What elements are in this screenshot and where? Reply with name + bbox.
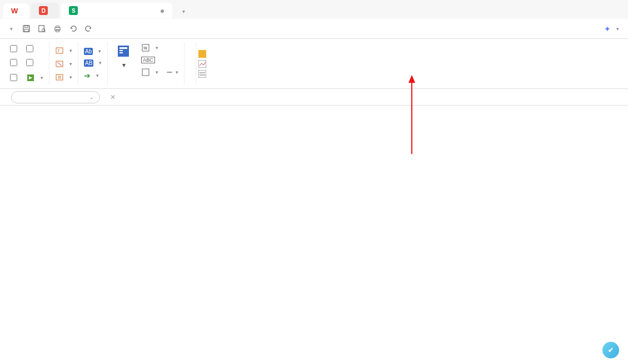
round-button[interactable]: ½▾ [141, 42, 178, 53]
svg-rect-18 [119, 50, 123, 51]
chevron-down-icon: ▾ [616, 26, 619, 32]
title-bar: W D S ● ▾ [0, 0, 628, 19]
chevron-down-icon: ▾ [10, 26, 13, 32]
svg-rect-19 [119, 52, 123, 53]
svg-text:½: ½ [143, 46, 147, 51]
watermark: ✔ [602, 342, 622, 358]
svg-rect-23 [198, 50, 206, 58]
case-button[interactable]: Ab▾ [84, 47, 102, 56]
undo-icon[interactable] [67, 23, 78, 34]
check-english[interactable] [26, 42, 43, 54]
svg-rect-22 [142, 69, 149, 76]
chevron-down-icon: ⌄ [89, 94, 94, 100]
ribbon-group-textops: T▾ ▾ ▾ [49, 42, 78, 85]
delete-space-button[interactable]: AB▾ [84, 58, 102, 68]
svg-rect-15 [58, 76, 61, 79]
more-button[interactable]: ➔▾ [84, 70, 102, 81]
ribbon-group-numeric: ▾ ½▾ ABC ▾ ▾ [108, 42, 185, 85]
file-menu[interactable]: ▾ [4, 24, 16, 34]
svg-rect-2 [24, 29, 28, 32]
add-tab-button[interactable]: ▾ [175, 3, 191, 18]
svg-rect-25 [198, 70, 206, 78]
template-icon: D [39, 6, 48, 15]
app-tab-workbook[interactable]: S ● [61, 3, 172, 18]
ribbon-group-side [196, 42, 214, 85]
ribbon-group-textops2: Ab▾ AB▾ ➔▾ [78, 42, 108, 85]
cancel-icon[interactable]: ✕ [110, 93, 116, 101]
insert-text-button[interactable]: T▾ [55, 45, 72, 56]
svg-line-5 [44, 31, 46, 32]
svg-line-13 [57, 62, 62, 66]
execute-button[interactable]: ▾ [26, 70, 43, 85]
ribbon-group-filter: ▾ [4, 42, 49, 85]
ribbon-group-main [185, 42, 196, 85]
wps-ai-button[interactable]: ✦ ▾ [600, 22, 624, 36]
stat-button[interactable] [198, 60, 208, 68]
wps-logo-icon: W [11, 7, 18, 15]
delete-text-button[interactable]: ▾ [55, 58, 72, 69]
svg-text:T: T [57, 48, 60, 53]
name-box[interactable]: ⌄ [11, 91, 100, 103]
print-preview-icon[interactable] [36, 23, 47, 34]
ai-icon: ✦ [604, 24, 611, 33]
formula-bar: ⌄ ✕ [0, 89, 628, 106]
keep-numeric-button[interactable]: ABC [141, 56, 178, 64]
print-icon[interactable] [52, 23, 63, 34]
sheets-icon: S [69, 6, 78, 15]
color-split-button[interactable] [198, 50, 208, 58]
ribbon: ▾ T▾ ▾ ▾ Ab▾ AB▾ ➔▾ ▾ ½▾ ABC ▾ ▾ [0, 39, 628, 89]
save-icon[interactable] [21, 23, 32, 34]
menu-bar: ▾ ✦ ▾ [0, 19, 628, 39]
chevron-down-icon: ▾ [182, 8, 185, 14]
app-tab-template[interactable]: D [31, 3, 59, 18]
check-chinese[interactable] [26, 56, 43, 68]
check-symbol[interactable] [10, 56, 19, 68]
extract-text-button[interactable]: ▾ [55, 72, 72, 83]
check-number[interactable] [10, 70, 19, 85]
svg-rect-7 [56, 26, 59, 28]
custom-button[interactable]: ▾ ▾ [141, 67, 178, 78]
svg-rect-17 [119, 47, 127, 49]
tab-modified-indicator-icon: ● [160, 6, 165, 15]
app-tab-wps[interactable]: W [3, 3, 29, 18]
watermark-logo-icon: ✔ [602, 342, 619, 358]
numeric-button[interactable]: ▾ [113, 42, 133, 85]
check-space[interactable] [10, 42, 19, 54]
redo-icon[interactable] [83, 23, 94, 34]
data-split-button[interactable] [198, 70, 208, 78]
